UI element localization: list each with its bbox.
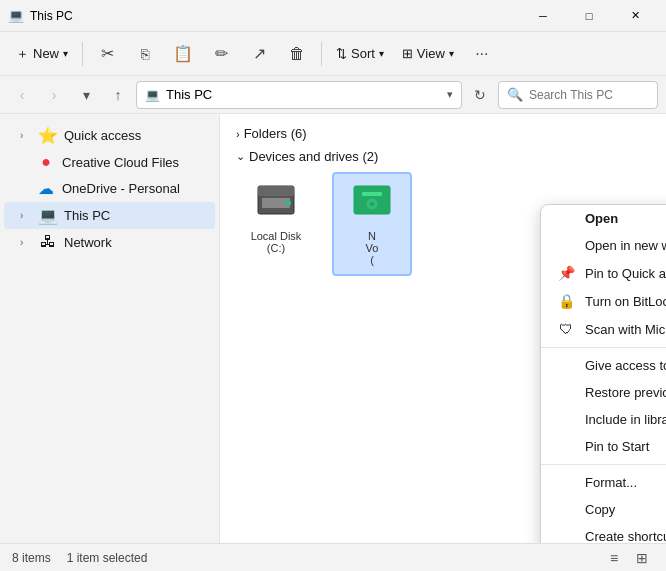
main-layout: › ⭐ Quick access ● Creative Cloud Files … [0,114,666,543]
sidebar-item-quick-access[interactable]: › ⭐ Quick access [4,122,215,149]
rename-icon: ✏ [215,44,228,63]
ctx-defender[interactable]: 🛡 Scan with Microsoft Defender... [541,315,666,343]
ctx-separator-2 [541,464,666,465]
onedrive-icon: ☁ [36,179,56,198]
ctx-pin-label: Pin to Quick access [585,266,666,281]
ctx-copy-label: Copy [585,502,615,517]
items-count: 8 items [12,551,51,565]
forward-button[interactable]: › [40,81,68,109]
local-disk-label: Local Disk (C:) [246,230,306,254]
ctx-format-label: Format... [585,475,637,490]
sidebar-item-onedrive[interactable]: ☁ OneDrive - Personal [4,175,215,202]
quick-access-expand-icon: › [20,130,32,141]
view-chevron-icon: ▾ [449,48,454,59]
search-input[interactable] [529,88,649,102]
search-box[interactable]: 🔍 [498,81,658,109]
devices-header-label: Devices and drives (2) [249,149,378,164]
creative-cloud-icon: ● [36,153,56,171]
address-row: ‹ › ▾ ↑ 💻 This PC ▾ ↻ 🔍 [0,76,666,114]
address-bar[interactable]: 💻 This PC ▾ [136,81,462,109]
maximize-button[interactable]: □ [566,0,612,32]
back-button[interactable]: ‹ [8,81,36,109]
ctx-open-new-window-label: Open in new window [585,238,666,253]
cut-button[interactable]: ✂ [89,36,125,72]
view-icon: ⊞ [402,46,413,61]
more-icon: ··· [475,45,488,63]
ctx-pin-quick-access[interactable]: 📌 Pin to Quick access [541,259,666,287]
recent-locations-button[interactable]: ▾ [72,81,100,109]
ctx-pin-start-label: Pin to Start [585,439,649,454]
local-disk-icon [256,182,296,226]
ctx-shortcut-label: Create shortcut [585,529,666,543]
network-icon: 🖧 [38,233,58,251]
copy-button[interactable]: ⎘ [127,36,163,72]
ctx-create-shortcut[interactable]: Create shortcut [541,523,666,543]
delete-icon: 🗑 [289,45,305,63]
sidebar-item-label: Creative Cloud Files [62,155,179,170]
close-button[interactable]: ✕ [612,0,658,32]
share-button[interactable]: ↗ [241,36,277,72]
sidebar-item-creative-cloud[interactable]: ● Creative Cloud Files [4,149,215,175]
paste-button[interactable]: 📋 [165,36,201,72]
folders-header-label: Folders (6) [244,126,307,141]
ctx-pin-icon: 📌 [557,265,575,281]
minimize-button[interactable]: ─ [520,0,566,32]
folders-chevron-icon[interactable]: › [236,128,240,140]
sidebar-item-label: Quick access [64,128,141,143]
sidebar-item-this-pc[interactable]: › 💻 This PC [4,202,215,229]
status-view-controls: ≡ ⊞ [602,546,654,570]
up-button[interactable]: ↑ [104,81,132,109]
window-controls: ─ □ ✕ [520,0,658,32]
svg-rect-1 [258,186,294,196]
ctx-bitlocker[interactable]: 🔒 Turn on BitLocker [541,287,666,315]
volume-label: NVo( [366,230,379,266]
ctx-include-library[interactable]: Include in library › [541,406,666,433]
svg-rect-5 [362,192,382,196]
search-icon: 🔍 [507,87,523,102]
quick-access-icon: ⭐ [38,126,58,145]
address-chevron-icon: ▾ [447,88,453,101]
local-disk-item[interactable]: Local Disk (C:) [236,172,316,276]
title-bar: 💻 This PC ─ □ ✕ [0,0,666,32]
window-title: This PC [30,9,520,23]
network-expand-icon: › [20,237,32,248]
selection-status: 1 item selected [67,551,148,565]
svg-point-3 [285,200,291,206]
new-icon: ＋ [16,45,29,63]
this-pc-icon: 💻 [145,88,160,102]
this-pc-sidebar-icon: 💻 [38,206,58,225]
status-bar: 8 items 1 item selected ≡ ⊞ [0,543,666,571]
ctx-give-access-label: Give access to [585,358,666,373]
volume-item[interactable]: NVo( [332,172,412,276]
toolbar: ＋ New ▾ ✂ ⎘ 📋 ✏ ↗ 🗑 ⇅ Sort ▾ ⊞ View ▾ ··… [0,32,666,76]
ctx-open[interactable]: Open [541,205,666,232]
rename-button[interactable]: ✏ [203,36,239,72]
refresh-button[interactable]: ↻ [466,81,494,109]
delete-button[interactable]: 🗑 [279,36,315,72]
toolbar-separator-1 [82,42,83,66]
ctx-restore-versions[interactable]: Restore previous versions [541,379,666,406]
grid-view-button[interactable]: ⊞ [630,546,654,570]
sidebar: › ⭐ Quick access ● Creative Cloud Files … [0,114,220,543]
devices-chevron-icon[interactable]: ⌄ [236,150,245,163]
sort-chevron-icon: ▾ [379,48,384,59]
ctx-copy[interactable]: Copy [541,496,666,523]
more-options-button[interactable]: ··· [464,36,500,72]
sort-button[interactable]: ⇅ Sort ▾ [328,42,392,65]
address-path: This PC [166,87,441,102]
list-view-button[interactable]: ≡ [602,546,626,570]
share-icon: ↗ [253,44,266,63]
ctx-format[interactable]: Format... [541,469,666,496]
volume-icon [352,182,392,226]
ctx-bitlocker-icon: 🔒 [557,293,575,309]
sidebar-item-label: Network [64,235,112,250]
cut-icon: ✂ [101,44,114,63]
new-button[interactable]: ＋ New ▾ [8,41,76,67]
ctx-give-access[interactable]: Give access to › [541,352,666,379]
view-button[interactable]: ⊞ View ▾ [394,42,462,65]
ctx-open-new-window[interactable]: Open in new window [541,232,666,259]
this-pc-expand-icon: › [20,210,32,221]
ctx-pin-start[interactable]: Pin to Start [541,433,666,460]
sidebar-item-network[interactable]: › 🖧 Network [4,229,215,255]
new-chevron-icon: ▾ [63,48,68,59]
